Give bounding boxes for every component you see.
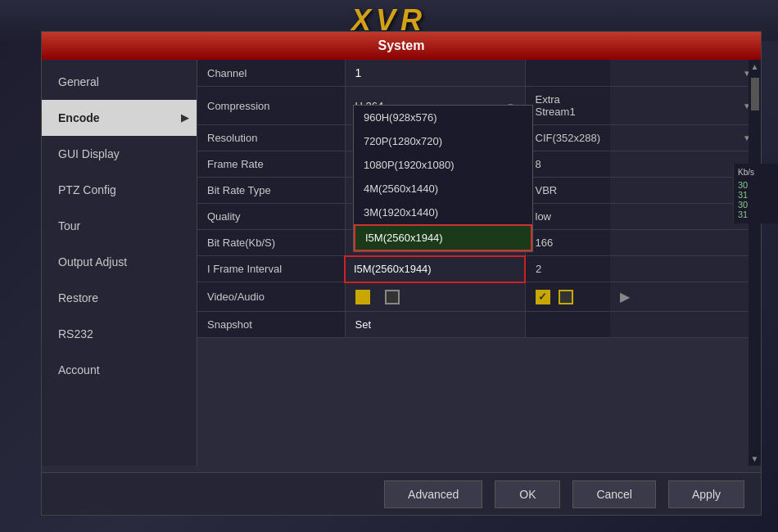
cancel-button[interactable]: Cancel: [572, 480, 656, 508]
resolution-right-label: CIF(352x288): [525, 125, 610, 151]
dropdown-option-720p[interactable]: 720P(1280x720): [354, 129, 532, 153]
snapshot-right-label: [525, 312, 610, 338]
dialog-title: System: [42, 32, 761, 60]
iframe-label: I Frame Interval: [197, 256, 345, 282]
stats-value-0: 30: [738, 180, 774, 190]
sidebar-item-account[interactable]: Account: [42, 352, 197, 388]
iframe-right-label: 2: [525, 256, 610, 282]
videoaudio-right-label: ✓: [525, 282, 610, 312]
scroll-thumb[interactable]: [751, 78, 759, 110]
sidebar-item-rs232[interactable]: RS232: [42, 316, 197, 352]
videoaudio-checkbox2[interactable]: [385, 290, 400, 304]
videoaudio-checkbox3[interactable]: ✓: [536, 290, 550, 304]
sidebar-item-account-label: Account: [58, 363, 100, 376]
button-bar: Advanced OK Cancel Apply: [42, 472, 761, 515]
scroll-up-button[interactable]: ▲: [751, 60, 759, 74]
apply-button[interactable]: Apply: [668, 480, 744, 508]
channel-value: 1: [345, 60, 525, 87]
compression-label: Compression: [197, 87, 345, 125]
channel-right-label: [525, 60, 610, 87]
stats-label: Kb/s: [738, 168, 774, 177]
bitratetype-right-label: VBR: [525, 178, 610, 204]
channel-dropdown[interactable]: ▼: [620, 69, 751, 78]
quality-label: Quality: [197, 204, 345, 230]
compression-right-dropdown[interactable]: ▼: [620, 101, 751, 110]
ok-button[interactable]: OK: [495, 480, 560, 508]
videoaudio-checkbox1[interactable]: [355, 290, 370, 304]
table-row: Snapshot Set: [197, 312, 761, 338]
bitratetype-dropdown[interactable]: ▼: [620, 186, 751, 195]
extra-stream-label: Extra Stream1: [536, 93, 600, 118]
bitrate-label: Bit Rate(Kb/S): [197, 230, 345, 256]
sidebar-item-ptz-config[interactable]: PTZ Config: [42, 172, 197, 208]
bitratetype-label: Bit Rate Type: [197, 178, 345, 204]
snapshot-value[interactable]: Set: [345, 312, 525, 338]
iframe-right-value: [610, 256, 761, 282]
snapshot-set-button[interactable]: Set: [355, 318, 372, 331]
scroll-down-button[interactable]: ▼: [751, 452, 759, 466]
stats-value-3: 31: [738, 210, 774, 219]
sidebar: General Encode GUI Display PTZ Config To…: [42, 60, 197, 466]
resolution-right-dropdown[interactable]: ▼: [620, 133, 751, 142]
sidebar-item-tour[interactable]: Tour: [42, 208, 197, 244]
sidebar-item-ptz-config-label: PTZ Config: [58, 183, 116, 196]
channel-number: 1: [355, 66, 362, 79]
sidebar-item-gui-display[interactable]: GUI Display: [42, 136, 197, 172]
iframe-value[interactable]: I5M(2560x1944): [345, 256, 525, 282]
sidebar-item-restore-label: Restore: [58, 291, 98, 304]
resolution-dropdown-overlay: 960H(928x576) 720P(1280x720) 1080P(1920x…: [353, 105, 533, 252]
framerate-label: Frame Rate: [197, 151, 345, 178]
stats-value-1: 31: [738, 190, 774, 200]
dropdown-option-1080p[interactable]: 1080P(1920x1080): [354, 153, 532, 177]
quality-right-label: low: [525, 204, 610, 230]
iframe-dropdown-value: I5M(2560x1944): [354, 263, 432, 275]
sidebar-item-output-adjust-label: Output Adjust: [58, 255, 127, 268]
framerate-right-label: 8: [525, 151, 610, 178]
snapshot-label: Snapshot: [197, 312, 345, 338]
videoaudio-label: Video/Audio: [197, 282, 345, 312]
compression-right-value[interactable]: ▼: [610, 87, 761, 125]
sidebar-item-output-adjust[interactable]: Output Adjust: [42, 244, 197, 280]
sidebar-item-encode[interactable]: Encode: [42, 100, 197, 136]
sidebar-item-rs232-label: RS232: [58, 327, 93, 340]
sidebar-item-tour-label: Tour: [58, 219, 80, 232]
videoaudio-checkbox4[interactable]: [559, 290, 573, 304]
dropdown-option-5m[interactable]: I5M(2560x1944): [354, 224, 532, 251]
bitrate-right-value: [610, 230, 761, 256]
channel-right-value: ▼: [610, 60, 761, 87]
channel-label: Channel: [197, 60, 345, 87]
resolution-label: Resolution: [197, 125, 345, 151]
main-content: Channel 1 ▼ Compression: [197, 60, 761, 466]
dropdown-option-3m[interactable]: 3M(1920x1440): [354, 201, 532, 224]
sidebar-item-general[interactable]: General: [42, 64, 197, 100]
resolution-right-value[interactable]: ▼: [610, 125, 761, 151]
table-row: I Frame Interval I5M(2560x1944) 2: [197, 256, 761, 282]
table-row: Video/Audio ✓ ▶: [197, 282, 761, 312]
videoaudio-right-value: ▶: [610, 282, 761, 312]
compression-right-label: Extra Stream1: [525, 87, 610, 125]
sidebar-item-encode-label: Encode: [58, 111, 100, 124]
stats-value-2: 30: [738, 200, 774, 210]
videoaudio-value: [345, 282, 525, 312]
sidebar-item-restore[interactable]: Restore: [42, 280, 197, 316]
sidebar-item-gui-display-label: GUI Display: [58, 147, 120, 160]
snapshot-right-value: [610, 312, 761, 338]
dropdown-option-4m[interactable]: 4M(2560x1440): [354, 177, 532, 201]
dropdown-option-960h[interactable]: 960H(928x576): [354, 106, 532, 129]
quality-dropdown[interactable]: ▼: [620, 212, 751, 221]
system-dialog: System General Encode GUI Display PTZ Co…: [41, 31, 762, 516]
scroll-indicator: ▲ ▼: [749, 60, 761, 466]
table-row: Channel 1 ▼: [197, 60, 761, 87]
more-arrow[interactable]: ▶: [620, 290, 630, 304]
sidebar-item-general-label: General: [58, 75, 99, 88]
bitrate-right-label: 166: [525, 230, 610, 256]
advanced-button[interactable]: Advanced: [384, 480, 482, 508]
dialog-content: General Encode GUI Display PTZ Config To…: [42, 60, 761, 466]
stats-panel: Kb/s 30 31 30 31: [733, 164, 778, 223]
